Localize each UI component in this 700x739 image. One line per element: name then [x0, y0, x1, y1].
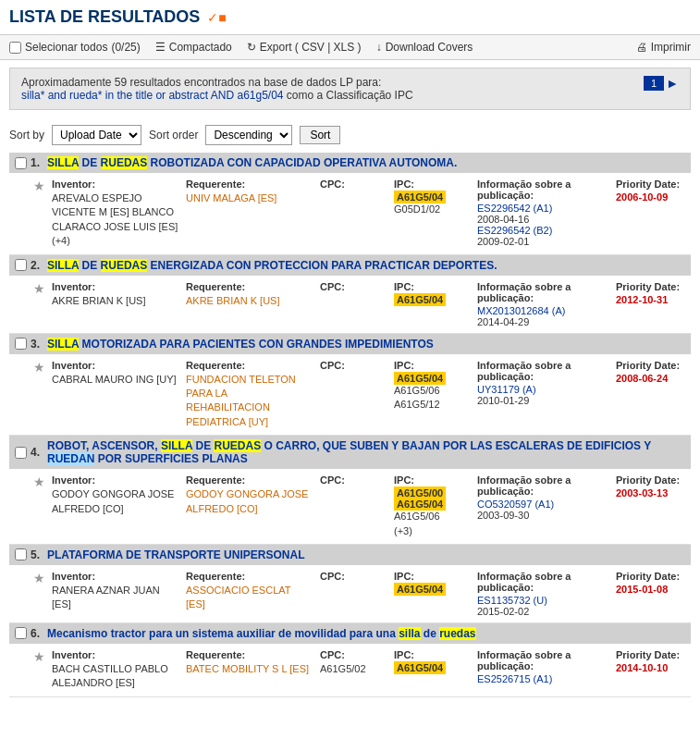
result-body-5: ★Inventor:RANERA AZNAR JUAN [ES]Requeren…: [9, 565, 691, 622]
ipc-main-5: A61G5/04: [394, 583, 446, 596]
star-icon-4[interactable]: ★: [33, 474, 52, 538]
publicacao-label-6: Informação sobre a publicação:: [477, 649, 608, 671]
star-icon-5[interactable]: ★: [33, 571, 52, 617]
page-indicator[interactable]: 1: [644, 76, 664, 91]
result-details-1: Inventor:AREVALO ESPEJO VICENTE M [ES] B…: [52, 179, 699, 249]
priority-label-6: Priority Date:: [616, 649, 692, 660]
pub-ref-1-0[interactable]: ES2296542 (A1): [477, 203, 552, 214]
result-number-4: 4.: [31, 446, 40, 459]
star-icon-1[interactable]: ★: [33, 179, 52, 249]
result-title-4[interactable]: ROBOT, ASCENSOR, SILLA DE RUEDAS O CARRO…: [47, 439, 685, 465]
pub-date-4-0: 2003-09-30: [477, 510, 529, 521]
requerente-col-6: Requerente:BATEC MOBILITY S L [ES]: [186, 649, 320, 691]
result-number-5: 5.: [31, 548, 40, 561]
ipc-col-3: IPC:A61G5/04A61G5/06A61G5/12: [394, 360, 477, 430]
publicacao-label-5: Informação sobre a publicação:: [477, 571, 608, 593]
sort-by-select[interactable]: Upload Date: [52, 125, 141, 145]
ipc-col-2: IPC:A61G5/04: [394, 281, 477, 327]
pub-ref-6-0[interactable]: ES2526715 (A1): [477, 673, 552, 684]
sort-order-select[interactable]: Descending: [205, 125, 292, 145]
priority-date-3: 2008-06-24: [616, 373, 668, 384]
requerente-col-5: Requerente:ASSOCIACIO ESCLAT [ES]: [186, 571, 320, 617]
result-title-5[interactable]: PLATAFORMA DE TRANSPORTE UNIPERSONAL: [47, 548, 304, 561]
priority-col-5: Priority Date:2015-01-08: [616, 571, 699, 617]
result-title-6[interactable]: Mecanismo tractor para un sistema auxili…: [47, 627, 476, 640]
pub-ref-2-0[interactable]: MX2013012684 (A): [477, 305, 565, 316]
cpc-label-1: CPC:: [320, 179, 387, 190]
requerente-label-2: Requerente:: [186, 281, 313, 292]
ipc-label-4: IPC:: [394, 474, 470, 486]
priority-col-3: Priority Date:2008-06-24: [616, 360, 699, 430]
query-suffix: como a Classificação IPC: [287, 89, 413, 102]
priority-label-2: Priority Date:: [616, 281, 692, 292]
pub-ref-1-1[interactable]: ES2296542 (B2): [477, 225, 552, 236]
result-item-5: 5.PLATAFORMA DE TRANSPORTE UNIPERSONAL★I…: [9, 545, 691, 623]
requerente-label-6: Requerente:: [186, 649, 313, 660]
requerente-col-4: Requerente:GODOY GONGORA JOSE ALFREDO [C…: [186, 474, 320, 538]
result-body-6: ★Inventor:BACH CASTILLO PABLO ALEJANDRO …: [9, 644, 691, 696]
publicacao-label-2: Informação sobre a publicação:: [477, 281, 608, 303]
ipc-label-2: IPC:: [394, 281, 470, 292]
export-item[interactable]: ↻ Export ( CSV | XLS ): [247, 41, 362, 54]
ipc-col-1: IPC:A61G5/04G05D1/02: [394, 179, 477, 249]
result-number-1: 1.: [31, 156, 40, 169]
select-all-item[interactable]: Selecionar todos (0/25): [9, 41, 141, 54]
result-details-6: Inventor:BACH CASTILLO PABLO ALEJANDRO […: [52, 649, 699, 691]
star-icon-3[interactable]: ★: [33, 360, 52, 430]
ipc-main-3: A61G5/04: [394, 372, 446, 385]
result-checkbox-5[interactable]: [15, 548, 27, 560]
print-item[interactable]: 🖨 Imprimir: [636, 41, 691, 54]
cpc-label-3: CPC:: [320, 360, 387, 371]
result-title-1[interactable]: SILLA DE RUEDAS ROBOTIZADA CON CAPACIDAD…: [47, 156, 457, 169]
select-all-label: Selecionar todos: [25, 41, 107, 54]
pub-ref-4-0[interactable]: CO5320597 (A1): [477, 499, 554, 510]
result-details-5: Inventor:RANERA AZNAR JUAN [ES]Requerent…: [52, 571, 699, 617]
ipc-col-6: IPC:A61G5/04: [394, 649, 477, 691]
priority-col-6: Priority Date:2014-10-10: [616, 649, 699, 691]
result-number-2: 2.: [31, 259, 40, 272]
ipc-others-3: A61G5/06A61G5/12: [394, 385, 440, 410]
result-checkbox-2[interactable]: [15, 259, 27, 271]
priority-date-5: 2015-01-08: [616, 584, 668, 595]
result-number-6: 6.: [31, 627, 40, 640]
result-checkbox-4[interactable]: [15, 447, 27, 459]
ipc-others-1: G05D1/02: [394, 203, 440, 215]
sort-button[interactable]: Sort: [300, 126, 340, 144]
result-title-3[interactable]: SILLA MOTORIZADA PARA PACIENTES CON GRAN…: [47, 338, 434, 351]
result-details-3: Inventor:CABRAL MAURO ING [UY]Requerente…: [52, 360, 699, 430]
result-details-2: Inventor:AKRE BRIAN K [US]Requerente:AKR…: [52, 281, 699, 327]
select-all-checkbox[interactable]: [9, 42, 21, 54]
inventor-col-5: Inventor:RANERA AZNAR JUAN [ES]: [52, 571, 186, 617]
star-icon-2[interactable]: ★: [33, 281, 52, 327]
next-page-arrow[interactable]: ►: [666, 76, 679, 91]
result-checkbox-6[interactable]: [15, 627, 27, 639]
ipc-label-1: IPC:: [394, 179, 470, 190]
download-covers-item[interactable]: ↓ Download Covers: [376, 41, 473, 54]
result-item-4: 4.ROBOT, ASCENSOR, SILLA DE RUEDAS O CAR…: [9, 436, 691, 545]
results-info: Aproximadamente 59 resultados encontrado…: [9, 68, 691, 110]
publicacao-col-5: Informação sobre a publicação:ES1135732 …: [477, 571, 616, 617]
cpc-col-2: CPC:: [320, 281, 394, 327]
cpc-col-3: CPC:: [320, 360, 394, 430]
star-icon-6[interactable]: ★: [33, 649, 52, 691]
priority-date-6: 2014-10-10: [616, 662, 668, 673]
ipc-others-4: A61G5/06(+3): [394, 511, 440, 536]
inventor-value-4: GODOY GONGORA JOSE ALFREDO [CO]: [52, 488, 174, 513]
priority-col-2: Priority Date:2012-10-31: [616, 281, 699, 327]
pub-ref-3-0[interactable]: UY31179 (A): [477, 384, 536, 395]
result-title-2[interactable]: SILLA DE RUEDAS ENERGIZADA CON PROTECCIO…: [47, 259, 497, 272]
pub-date-3-0: 2010-01-29: [477, 395, 529, 406]
result-checkbox-3[interactable]: [15, 338, 27, 350]
result-header-1: 1.SILLA DE RUEDAS ROBOTIZADA CON CAPACID…: [9, 153, 691, 173]
result-header-3: 3.SILLA MOTORIZADA PARA PACIENTES CON GR…: [9, 334, 691, 354]
print-label: Imprimir: [651, 41, 691, 54]
rss-icon[interactable]: ✓■: [207, 10, 226, 25]
inventor-value-5: RANERA AZNAR JUAN [ES]: [52, 585, 160, 610]
result-details-4: Inventor:GODOY GONGORA JOSE ALFREDO [CO]…: [52, 474, 699, 538]
requerente-label-4: Requerente:: [186, 474, 313, 486]
cpc-label-5: CPC:: [320, 571, 387, 582]
pub-ref-5-0[interactable]: ES1135732 (U): [477, 595, 547, 606]
compactado-item[interactable]: ☰ Compactado: [155, 41, 232, 54]
result-checkbox-1[interactable]: [15, 157, 27, 169]
result-number-3: 3.: [31, 338, 40, 351]
